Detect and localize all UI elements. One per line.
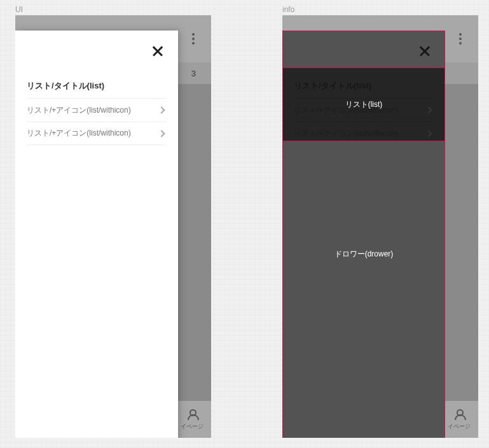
drawer-header (15, 31, 178, 71)
more-icon[interactable] (181, 26, 206, 52)
person-icon (186, 409, 198, 421)
panel-label-info: info (282, 5, 294, 14)
phone-frame-info: イページ リスト/タイトル(list) リスト/+アイコン(list/withi… (282, 15, 478, 438)
list-item[interactable]: リスト/+アイコン(list/withicon) (27, 122, 167, 145)
phone-frame-ui: 3 イページ リスト/タイトル(list) リスト/+アイコン(list/wit… (15, 15, 211, 438)
nav-label: イページ (181, 423, 203, 431)
close-button[interactable] (145, 38, 170, 64)
chevron-right-icon (158, 106, 165, 113)
chevron-right-icon (158, 130, 165, 137)
nav-item-mypage[interactable]: イページ (181, 409, 203, 431)
info-overlay-list: リスト(list) (282, 67, 445, 141)
more-icon[interactable] (448, 26, 473, 52)
drawer: リスト/タイトル(list) リスト/+アイコン(list/withicon) … (15, 31, 178, 438)
panel-label-ui: UI (15, 5, 23, 14)
info-overlay-drawer-label: ドロワー(drower) (283, 249, 444, 260)
nav-item-mypage[interactable]: イページ (448, 409, 471, 431)
list-item-label: リスト/+アイコン(list/withicon) (27, 105, 131, 116)
info-overlay-list-label: リスト(list) (345, 99, 383, 110)
list-section: リスト/タイトル(list) リスト/+アイコン(list/withicon) … (15, 71, 178, 145)
person-icon (453, 409, 465, 421)
tab-partial-text: 3 (191, 69, 196, 78)
close-icon (152, 45, 163, 57)
nav-label: イページ (448, 423, 471, 431)
list-item[interactable]: リスト/+アイコン(list/withicon) (27, 98, 167, 122)
list-item-label: リスト/+アイコン(list/withicon) (27, 128, 131, 139)
list-title: リスト/タイトル(list) (27, 71, 167, 98)
